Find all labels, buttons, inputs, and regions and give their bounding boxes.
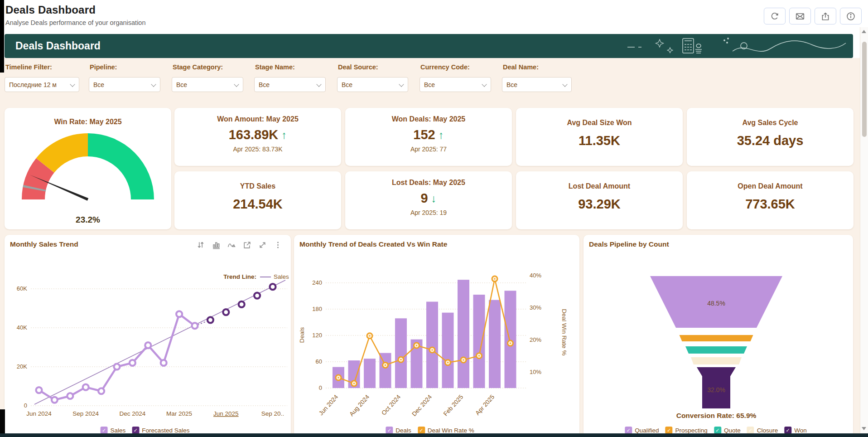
filter-dropdown[interactable]: Все <box>254 77 326 92</box>
svg-text:60: 60 <box>316 358 322 365</box>
funnel-stage-closure[interactable] <box>691 357 742 364</box>
legend-item[interactable]: ✓Forecasted Sales <box>132 427 189 434</box>
kpi-title: Lost Deal Amount <box>516 182 683 190</box>
deals-bar <box>458 280 469 388</box>
filter-dropdown[interactable]: Последние 12 м <box>5 77 79 92</box>
svg-text:0: 0 <box>319 384 322 391</box>
legend-item[interactable]: ✓Deal Win Rate % <box>418 427 474 434</box>
filter-select[interactable]: Все <box>338 78 408 92</box>
legend-item[interactable]: ✓Quote <box>714 427 741 434</box>
legend-label: Prospecting <box>675 427 708 434</box>
deals-bar <box>426 302 438 388</box>
filter-dropdown[interactable]: Все <box>502 77 572 92</box>
filter-label: Deal Name: <box>503 63 539 71</box>
sales-marker <box>161 360 167 366</box>
gauge-title: Win Rate: May 2025 <box>5 118 171 126</box>
kpi-card: Avg Sales Cycle35.24 days <box>687 108 854 166</box>
forecast-marker <box>254 293 260 299</box>
deals-bar <box>505 291 516 388</box>
monthly-sales-trend-card: Monthly Sales Trend 020K40K60KJun 2024Se… <box>5 235 291 437</box>
kpi-value: 214.54K <box>174 197 341 212</box>
deals-winrate-chart[interactable]: 24018012060010%20%30%40%DealsDeal Win Ra… <box>294 235 579 437</box>
filter-select[interactable]: Последние 12 м <box>5 78 79 92</box>
svg-text:Sales: Sales <box>274 273 289 280</box>
svg-text:48.5%: 48.5% <box>707 300 725 307</box>
sales-line <box>39 314 195 400</box>
legend-label: Sales <box>111 427 126 434</box>
export-button[interactable] <box>815 8 836 24</box>
legend-label: Won <box>794 427 807 434</box>
legend-item[interactable]: ✓Closure <box>747 427 778 434</box>
sales-marker <box>145 342 151 348</box>
x-tick: Jun 2024 <box>26 410 52 417</box>
export-icon <box>820 11 830 21</box>
page-title: Deals Dashboard <box>5 4 96 16</box>
scroll-up-icon[interactable] <box>862 30 866 33</box>
filter-select[interactable]: Все <box>420 78 491 92</box>
x-tick: Sep 2024 <box>72 410 99 417</box>
legend-checkbox: ✓ <box>132 427 139 434</box>
kpi-value: 11.35K <box>516 133 683 148</box>
scroll-down-icon[interactable] <box>862 427 866 430</box>
svg-text:Dec 2024: Dec 2024 <box>410 393 433 418</box>
legend-label: Deal Win Rate % <box>428 427 474 434</box>
svg-text:Trend Line:: Trend Line: <box>223 273 256 280</box>
sales-trend-chart[interactable]: 020K40K60KJun 2024Sep 2024Dec 2024Mar 20… <box>5 235 291 437</box>
mail-button[interactable] <box>789 8 811 24</box>
pipeline-funnel-chart[interactable]: 48.5%32.0%Conversion Rate: 65.9% <box>583 235 853 437</box>
filter-label: Pipeline: <box>90 63 117 71</box>
filter-dropdown[interactable]: Все <box>420 77 491 92</box>
legend-checkbox: ✓ <box>101 427 108 434</box>
filter-select[interactable]: Все <box>172 78 243 92</box>
kpi-title: Avg Deal Size Won <box>516 119 683 127</box>
filter-dropdown[interactable]: Все <box>172 77 243 92</box>
refresh-button[interactable] <box>764 8 786 24</box>
sales-marker <box>130 360 135 366</box>
chart-legend: ✓Qualified✓Prospecting✓Quote✓Closure✓Won <box>625 427 806 434</box>
sales-marker <box>192 323 198 329</box>
window-corner <box>0 409 5 433</box>
svg-text:120: 120 <box>312 332 322 339</box>
window-edge <box>0 0 4 73</box>
kpi-title: Avg Sales Cycle <box>687 119 854 127</box>
x-tick-link[interactable]: Jun 2025 <box>213 410 239 417</box>
win-rate-gauge[interactable] <box>20 127 156 205</box>
funnel-stage-prospecting[interactable] <box>680 335 753 341</box>
svg-text:10%: 10% <box>530 369 541 375</box>
banner-title: Deals Dashboard <box>15 40 101 52</box>
svg-text:Oct 2024: Oct 2024 <box>380 393 402 417</box>
legend-item[interactable]: ✓Won <box>784 427 807 434</box>
filter-select[interactable]: Все <box>255 78 325 92</box>
x-tick: Dec 2024 <box>120 410 146 417</box>
deals-bar <box>442 313 454 388</box>
legend-item[interactable]: ✓Sales <box>101 427 126 434</box>
kpi-value: 9↓ <box>345 191 512 206</box>
banner-doodles <box>614 34 849 58</box>
kpi-card: Open Deal Amount773.65K <box>687 171 854 229</box>
kpi-subvalue: Apr 2025: 83.73K <box>174 146 341 153</box>
legend-label: Quote <box>724 427 741 434</box>
pipeline-funnel-card: Deals Pipeline by Count 48.5%32.0%Conver… <box>583 235 853 437</box>
filter-select[interactable]: Все <box>502 78 571 92</box>
chart-legend: ✓Deals✓Deal Win Rate % <box>386 427 474 434</box>
svg-text:40%: 40% <box>530 272 541 279</box>
deals-bar <box>364 359 376 388</box>
sales-marker <box>98 388 104 394</box>
deals-bar <box>473 295 485 388</box>
kpi-card: Lost Deals: May 20259↓Apr 2025: 19 <box>345 171 512 229</box>
kpi-card: Lost Deal Amount93.29K <box>516 171 683 229</box>
legend-item[interactable]: ✓Qualified <box>625 427 659 434</box>
funnel-stage-quote[interactable] <box>685 346 747 354</box>
filter-label: Deal Source: <box>338 63 378 71</box>
deals-bar <box>395 318 407 388</box>
legend-item[interactable]: ✓Prospecting <box>665 427 708 434</box>
legend-item[interactable]: ✓Deals <box>386 427 411 434</box>
forecast-marker <box>207 317 213 323</box>
info-button[interactable] <box>840 8 862 24</box>
x-tick: Sep 20.. <box>261 410 284 417</box>
filter-select[interactable]: Все <box>89 78 160 92</box>
filter-dropdown[interactable]: Все <box>89 77 160 92</box>
scrollbar-thumb[interactable] <box>862 42 867 137</box>
filter-dropdown[interactable]: Все <box>337 77 408 92</box>
trend-line <box>34 280 285 404</box>
